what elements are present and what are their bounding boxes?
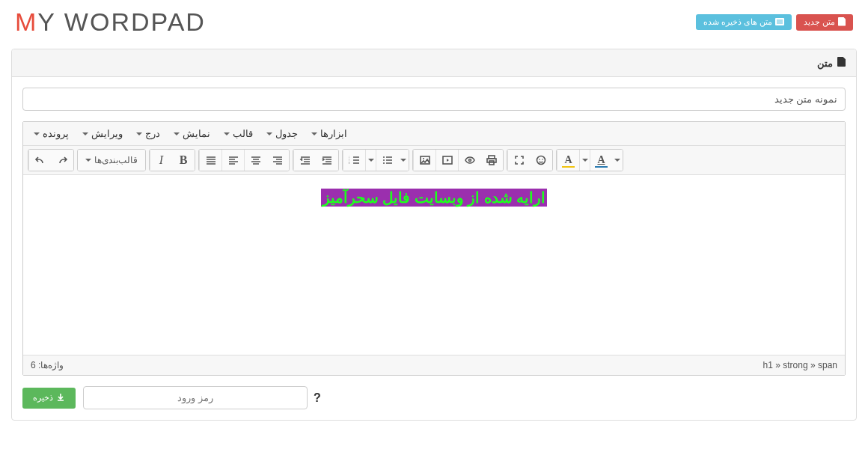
help-icon[interactable]: ? bbox=[314, 391, 321, 405]
caret-icon bbox=[34, 132, 40, 135]
align-right-button[interactable] bbox=[266, 150, 289, 171]
svg-point-8 bbox=[383, 159, 385, 161]
svg-point-11 bbox=[423, 158, 424, 159]
svg-point-18 bbox=[539, 159, 540, 160]
svg-point-9 bbox=[383, 162, 385, 164]
forecolor-caret[interactable] bbox=[612, 150, 623, 171]
top-bar: متن جدید متن های ذخیره شده MY WORDPAD bbox=[0, 0, 868, 43]
caret-icon bbox=[368, 159, 374, 162]
emoticons-button[interactable] bbox=[530, 150, 552, 171]
bold-button[interactable]: B bbox=[172, 150, 195, 171]
logo: MY WORDPAD bbox=[15, 7, 206, 37]
password-input[interactable] bbox=[83, 386, 308, 409]
media-button[interactable] bbox=[435, 150, 458, 171]
svg-point-19 bbox=[542, 159, 543, 160]
statusbar: h1 » strong » span واژه‌ها: 6 bbox=[23, 355, 845, 375]
menu-view[interactable]: نمایش bbox=[168, 125, 216, 142]
caret-icon bbox=[614, 159, 620, 162]
redo-button[interactable] bbox=[51, 150, 73, 171]
menu-table[interactable]: جدول bbox=[260, 125, 304, 142]
file-icon bbox=[837, 57, 846, 69]
indent-button[interactable] bbox=[316, 150, 338, 171]
backcolor-button[interactable]: A bbox=[557, 150, 579, 171]
list-icon bbox=[775, 18, 784, 27]
numbered-list-button[interactable]: 123 bbox=[343, 150, 365, 171]
new-text-label: متن جدید bbox=[804, 17, 835, 27]
align-justify-button[interactable] bbox=[199, 150, 221, 171]
formats-dropdown[interactable]: قالب‌بندی‌ها bbox=[78, 150, 145, 171]
numbered-list-caret[interactable] bbox=[365, 150, 376, 171]
group-history bbox=[28, 149, 74, 171]
footer-row: ذخیره ? bbox=[22, 386, 846, 409]
caret-icon bbox=[311, 132, 317, 135]
svg-point-17 bbox=[537, 156, 545, 165]
group-color: A A bbox=[556, 149, 623, 171]
undo-button[interactable] bbox=[28, 150, 51, 171]
panel-header: متن bbox=[12, 49, 856, 77]
save-label: ذخیره bbox=[33, 393, 53, 403]
forecolor-button[interactable]: A bbox=[590, 150, 612, 171]
svg-point-13 bbox=[468, 159, 471, 162]
image-button[interactable] bbox=[413, 150, 435, 171]
group-indent bbox=[293, 149, 339, 171]
file-icon bbox=[838, 17, 846, 28]
caret-icon bbox=[85, 159, 91, 162]
saved-texts-label: متن های ذخیره شده bbox=[703, 17, 772, 27]
group-formats: قالب‌بندی‌ها bbox=[77, 149, 146, 171]
align-left-button[interactable] bbox=[221, 150, 244, 171]
backcolor-caret[interactable] bbox=[579, 150, 590, 171]
panel-body: پرونده ویرایش درج نمایش قالب جدول ابزاره… bbox=[12, 77, 856, 420]
svg-text:3: 3 bbox=[349, 161, 350, 165]
caret-icon bbox=[266, 132, 272, 135]
new-text-button[interactable]: متن جدید bbox=[796, 14, 853, 31]
saved-texts-button[interactable]: متن های ذخیره شده bbox=[696, 14, 792, 30]
menu-file[interactable]: پرونده bbox=[28, 125, 75, 142]
caret-icon bbox=[400, 159, 406, 162]
menu-insert[interactable]: درج bbox=[130, 125, 166, 142]
word-count: واژه‌ها: 6 bbox=[31, 360, 64, 370]
editor: پرونده ویرایش درج نمایش قالب جدول ابزاره… bbox=[22, 121, 846, 376]
fullscreen-button[interactable] bbox=[507, 150, 530, 171]
editor-content: ارایه شده از وبسایت فایل سحرآمیز bbox=[321, 189, 548, 207]
menu-edit[interactable]: ویرایش bbox=[76, 125, 129, 142]
caret-icon bbox=[174, 132, 180, 135]
align-center-button[interactable] bbox=[244, 150, 266, 171]
logo-m: M bbox=[15, 7, 37, 36]
caret-icon bbox=[224, 132, 230, 135]
italic-button[interactable]: I bbox=[150, 150, 172, 171]
save-button[interactable]: ذخیره bbox=[22, 388, 76, 409]
panel-title: متن bbox=[817, 58, 833, 69]
bullet-list-caret[interactable] bbox=[398, 150, 409, 171]
toolbar: قالب‌بندی‌ها I B bbox=[23, 146, 845, 175]
editor-panel: متن پرونده ویرایش درج نمایش قالب جدول اب… bbox=[11, 49, 857, 421]
group-misc bbox=[507, 149, 553, 171]
menu-format[interactable]: قالب bbox=[218, 125, 259, 142]
print-button[interactable] bbox=[480, 150, 503, 171]
content-area[interactable]: ارایه شده از وبسایت فایل سحرآمیز bbox=[23, 175, 845, 355]
group-lists: 123 bbox=[342, 149, 409, 171]
bullet-list-button[interactable] bbox=[376, 150, 398, 171]
menu-tools[interactable]: ابزارها bbox=[305, 125, 353, 142]
password-group: ? bbox=[83, 386, 321, 409]
logo-rest: Y WORDPAD bbox=[37, 7, 206, 36]
svg-point-7 bbox=[383, 156, 385, 158]
caret-icon bbox=[582, 159, 588, 162]
group-basic: I B bbox=[149, 149, 195, 171]
download-icon bbox=[56, 393, 65, 403]
preview-button[interactable] bbox=[458, 150, 480, 171]
caret-icon bbox=[82, 132, 88, 135]
caret-icon bbox=[136, 132, 142, 135]
element-path[interactable]: h1 » strong » span bbox=[763, 360, 837, 370]
group-align bbox=[198, 149, 290, 171]
menubar: پرونده ویرایش درج نمایش قالب جدول ابزاره… bbox=[23, 122, 845, 146]
title-input[interactable] bbox=[22, 88, 846, 111]
group-insert bbox=[412, 149, 504, 171]
outdent-button[interactable] bbox=[293, 150, 316, 171]
